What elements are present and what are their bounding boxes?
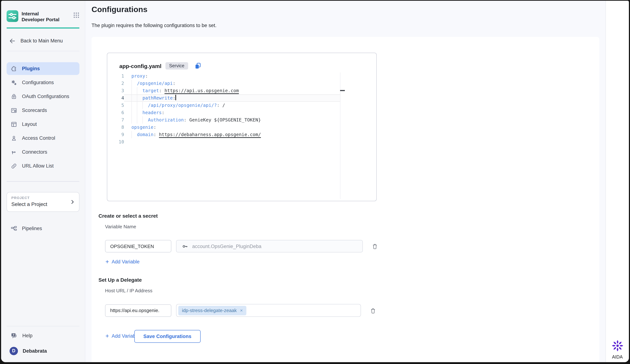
delete-delegate-row-icon[interactable] — [369, 307, 377, 314]
overview-ruler-cursor-mark — [340, 90, 345, 91]
editor-header: app-config.yaml Service — [107, 53, 376, 70]
chevron-right-icon — [70, 199, 76, 205]
line-number: 4 — [107, 94, 124, 102]
help-label: Help — [22, 333, 32, 338]
divider — [6, 51, 80, 51]
line-number: 2 — [107, 80, 124, 87]
variable-name-label: Variable Name — [105, 224, 599, 229]
delegate-tags-field[interactable]: idp-stress-delegate-zeaak × — [176, 304, 361, 317]
sidebar-item-label: Access Control — [22, 135, 55, 141]
apps-grid-icon[interactable] — [73, 10, 80, 18]
aida-label: AIDA — [612, 355, 623, 360]
user-name: Debabrata — [23, 348, 47, 354]
help-button[interactable]: ? Help — [6, 329, 80, 342]
brand-accent-rule — [6, 27, 80, 28]
link-icon — [10, 162, 18, 170]
code-line-7[interactable]: Authorization: GenieKey ${OPSGENIE_TOKEN… — [124, 116, 340, 124]
line-number: 10 — [107, 138, 124, 146]
line-number: 9 — [107, 131, 124, 138]
brand-title: Internal Developer Portal — [22, 10, 62, 22]
code-line-8[interactable]: opsgenie: — [124, 124, 340, 131]
arrow-left-icon — [9, 37, 16, 44]
code-line-10[interactable] — [124, 138, 340, 146]
code-line-5[interactable]: /api/proxy/opsgenie/api/?: / — [124, 102, 340, 109]
sidebar-item-plugins[interactable]: Plugins — [6, 62, 80, 75]
save-configurations-button[interactable]: Save Configurations — [134, 330, 200, 343]
sidebar-item-configurations[interactable]: Configurations — [6, 76, 80, 89]
main-content: Configurations The plugin requires the f… — [85, 1, 606, 362]
page-title: Configurations — [92, 5, 599, 14]
delete-secret-row-icon[interactable] — [371, 243, 378, 250]
service-badge: Service — [166, 62, 188, 69]
sidebar-item-label: Configurations — [22, 80, 54, 85]
line-number: 8 — [107, 124, 124, 131]
sidebar-item-layout[interactable]: Layout — [6, 118, 80, 131]
back-label: Back to Main Menu — [20, 38, 63, 43]
code-line-6[interactable]: headers: — [124, 109, 340, 116]
sidebar-item-connectors[interactable]: Connectors — [6, 146, 80, 158]
variable-name-input[interactable] — [105, 240, 171, 252]
plus-icon: + — [106, 259, 109, 265]
code-line-1[interactable]: proxy: — [124, 72, 340, 80]
scorecard-icon — [10, 107, 18, 114]
code-line-4[interactable]: pathRewrite: — [124, 94, 340, 102]
svg-text:?: ? — [13, 333, 14, 336]
sidebar-item-pipelines[interactable]: Pipelines — [6, 222, 80, 235]
plus-icon: + — [106, 333, 109, 339]
sidebar-item-label: Connectors — [22, 149, 47, 155]
lock-icon — [10, 93, 18, 100]
sidebar-item-label: URL Allow List — [22, 163, 54, 169]
delegate-row: idp-stress-delegate-zeaak × — [105, 304, 599, 317]
sidebar-item-url-allow-list[interactable]: URL Allow List — [6, 159, 80, 172]
desktop-background: Internal Developer Portal Back to Main M… — [0, 0, 630, 364]
yaml-editor-card: app-config.yaml Service 12345678910 prox… — [107, 53, 377, 201]
line-number: 6 — [107, 109, 124, 116]
host-url-label: Host URL / IP Address — [105, 288, 599, 293]
aida-flower-icon — [610, 338, 625, 354]
sidebar-item-scorecards[interactable]: Scorecards — [6, 104, 80, 117]
line-number: 1 — [107, 72, 124, 80]
copy-icon[interactable] — [194, 62, 202, 70]
sidebar: Internal Developer Portal Back to Main M… — [1, 1, 85, 362]
code-line-2[interactable]: /opsgenie/api: — [124, 80, 340, 87]
code-editor[interactable]: 12345678910 proxy: /opsgenie/api: target… — [107, 72, 376, 199]
sidebar-item-access-control[interactable]: Access Control — [6, 132, 80, 144]
secret-select[interactable]: account.OpsGenie_PluginDeba — [176, 240, 363, 252]
secret-section-title: Create or select a secret — [98, 213, 599, 219]
project-selector[interactable]: PROJECT Select a Project — [6, 192, 80, 212]
code-lines[interactable]: proxy: /opsgenie/api: target: https://ap… — [124, 72, 340, 199]
brand: Internal Developer Portal — [6, 10, 80, 22]
code-line-3[interactable]: target: https://api.us.opsgenie.com — [124, 87, 340, 94]
back-to-main-menu[interactable]: Back to Main Menu — [6, 34, 80, 47]
sidebar-item-label: Plugins — [22, 66, 40, 71]
divider — [6, 326, 80, 326]
delegate-tag-label: idp-stress-delegate-zeaak — [182, 308, 237, 313]
sidebar-item-label: Layout — [22, 121, 37, 127]
line-number: 3 — [107, 87, 124, 94]
app-window: Internal Developer Portal Back to Main M… — [1, 1, 629, 362]
key-icon — [182, 243, 188, 250]
project-label: PROJECT — [11, 196, 75, 200]
line-numbers: 12345678910 — [107, 72, 124, 199]
right-rail: AIDA — [606, 1, 629, 362]
code-line-9[interactable]: domain: https://debaharness.app.opsgenie… — [124, 131, 340, 138]
layout-icon — [10, 120, 18, 128]
secret-value: account.OpsGenie_PluginDeba — [192, 244, 261, 249]
file-name: app-config.yaml — [119, 63, 162, 69]
divider — [6, 181, 80, 182]
page-subtitle: The plugin requires the following config… — [92, 23, 599, 28]
person-icon — [10, 134, 18, 142]
add-variable-secret[interactable]: + Add Variable — [106, 259, 140, 265]
sidebar-item-oauth-configurations[interactable]: OAuth Configurations — [6, 90, 80, 103]
aida-assistant-button[interactable]: AIDA — [606, 338, 629, 360]
project-value: Select a Project — [11, 201, 75, 207]
line-number: 7 — [107, 116, 124, 124]
remove-tag-icon[interactable]: × — [240, 308, 243, 313]
pipelines-label: Pipelines — [22, 226, 42, 231]
delegate-tag: idp-stress-delegate-zeaak × — [178, 306, 246, 315]
sidebar-nav: PluginsConfigurationsOAuth Configuration… — [6, 62, 80, 173]
portal-logo-icon — [6, 10, 18, 22]
configuration-panel: app-config.yaml Service 12345678910 prox… — [92, 37, 599, 362]
host-url-input[interactable] — [105, 304, 171, 317]
user-menu[interactable]: D Debabrata — [6, 344, 80, 358]
